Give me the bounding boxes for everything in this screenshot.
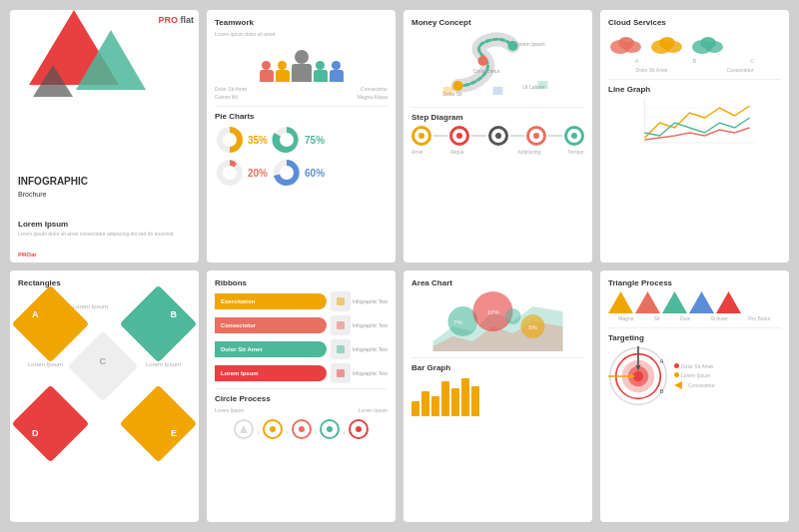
cp-circle-1 bbox=[234, 419, 254, 439]
tri-proc-1 bbox=[608, 291, 633, 313]
step-node-5 bbox=[564, 126, 584, 146]
teamwork-title: Teamwork bbox=[215, 18, 388, 27]
step-node-2 bbox=[449, 126, 469, 146]
step-diagram bbox=[411, 126, 584, 146]
svg-marker-50 bbox=[716, 291, 741, 313]
area-chart-svg: 7% 10% 5% bbox=[411, 291, 584, 351]
person-2 bbox=[276, 61, 290, 82]
pie-label-35: 35% bbox=[248, 135, 268, 146]
svg-marker-47 bbox=[635, 291, 660, 313]
svg-point-7 bbox=[280, 166, 294, 180]
cloud-labels: ABC bbox=[608, 58, 781, 65]
pro-badge: PRO flat bbox=[158, 15, 194, 25]
teamwork-desc: Lorem ipsum dolor sit amet bbox=[215, 31, 388, 38]
card-rectangles: Rectangles A B C D E Lorem Ipsum Lorem I… bbox=[10, 270, 199, 523]
svg-text:B: B bbox=[659, 388, 663, 394]
pie-chart-35 bbox=[215, 125, 245, 155]
svg-point-42 bbox=[505, 308, 521, 324]
bar-title: Bar Graph bbox=[411, 363, 584, 372]
lorem-ipsum-label: Lorem Ipsum bbox=[18, 220, 174, 229]
cp-item-5 bbox=[349, 419, 369, 439]
svg-point-20 bbox=[623, 41, 641, 53]
pie-chart-60 bbox=[272, 158, 302, 188]
ribbon-bar-2: Consectetur bbox=[215, 317, 327, 333]
bar-col-7 bbox=[471, 386, 479, 416]
cp-arrow-3: › bbox=[315, 428, 318, 437]
step-line-2 bbox=[471, 135, 485, 137]
step-node-3 bbox=[488, 126, 508, 146]
ribbon-icon-4 bbox=[331, 363, 351, 383]
divider-4 bbox=[215, 388, 388, 389]
cp-arrow-2: › bbox=[286, 428, 289, 437]
rectangles-diagram: A B C D E Lorem Ipsum Lorem Ipsum Lorem … bbox=[18, 291, 191, 461]
ribbon-1: Exercitation Infographic Text bbox=[215, 291, 388, 311]
label-b: B bbox=[171, 309, 178, 319]
pie-label-60: 60% bbox=[305, 168, 325, 179]
person-4 bbox=[330, 61, 344, 82]
svg-rect-16 bbox=[493, 87, 503, 95]
ribbon-2: Consectetur Infographic Text bbox=[215, 315, 388, 335]
bar-seg-5 bbox=[451, 388, 459, 416]
area-title: Area Chart bbox=[411, 278, 584, 287]
label-c: C bbox=[100, 356, 107, 366]
ribbon-icon-2 bbox=[331, 315, 351, 335]
divider-3 bbox=[608, 79, 781, 80]
divider-1 bbox=[215, 106, 388, 107]
rect-c bbox=[67, 330, 138, 401]
svg-marker-49 bbox=[689, 291, 714, 313]
divider-2 bbox=[411, 107, 584, 108]
label-e: E bbox=[171, 428, 177, 438]
svg-rect-15 bbox=[443, 87, 453, 95]
cp-circle-3 bbox=[292, 419, 312, 439]
ribbons-title: Ribbons bbox=[215, 278, 388, 287]
pie-row-2: 20% 60% bbox=[215, 158, 388, 188]
ribbon-list: Exercitation Infographic Text Consectetu… bbox=[215, 291, 388, 383]
svg-point-5 bbox=[223, 166, 237, 180]
pie-charts-title: Pie Charts bbox=[215, 112, 388, 121]
svg-text:Consectetur: Consectetur bbox=[473, 68, 500, 74]
cloud-svg-1 bbox=[608, 31, 643, 56]
cp-arrow-4: › bbox=[343, 428, 346, 437]
tri-title: Triangle Process bbox=[608, 278, 781, 287]
cp-circle-5 bbox=[349, 419, 369, 439]
rect-text-1: Lorem Ipsum bbox=[73, 303, 113, 309]
rect-b bbox=[120, 284, 198, 362]
person-center bbox=[292, 50, 312, 82]
line-graph-svg bbox=[608, 98, 781, 153]
ribbon-subtext-3: Infographic Text bbox=[353, 346, 388, 352]
cp-item-1 bbox=[234, 419, 254, 439]
pie-chart-20 bbox=[215, 158, 245, 188]
bar-col-2 bbox=[421, 391, 429, 416]
bar-col-4 bbox=[441, 381, 449, 416]
svg-text:5%: 5% bbox=[528, 324, 537, 330]
bar-seg-7 bbox=[471, 386, 479, 416]
rect-e bbox=[120, 384, 198, 462]
card-money-step: Money Concept Dolor Sit Consectetur Lore… bbox=[403, 10, 592, 263]
dark-triangle bbox=[33, 65, 73, 97]
svg-rect-35 bbox=[337, 369, 345, 377]
pie-row-1: 35% 75% bbox=[215, 125, 388, 155]
pie-label-20: 20% bbox=[248, 168, 268, 179]
tri-row bbox=[608, 291, 741, 313]
svg-text:Lorem Ipsum: Lorem Ipsum bbox=[516, 41, 545, 47]
triangle-process bbox=[608, 291, 781, 313]
card-teamwork-pie: Teamwork Lorem ipsum dolor sit amet bbox=[207, 10, 396, 263]
target-legend-2: Lorem Ipsum bbox=[674, 372, 715, 378]
svg-text:10%: 10% bbox=[486, 309, 499, 315]
target-legend: Dolor Sit Amet Lorem Ipsum Consectetur bbox=[674, 363, 715, 389]
rect-text-2: Lorem Ipsum bbox=[28, 361, 68, 367]
svg-point-8 bbox=[453, 81, 463, 91]
svg-text:7%: 7% bbox=[453, 319, 462, 325]
cloud-svg-2 bbox=[649, 31, 684, 56]
label-d: D bbox=[32, 428, 39, 438]
divider-6 bbox=[608, 327, 781, 328]
step-line-3 bbox=[510, 135, 524, 137]
pie-item-75: 75% bbox=[272, 125, 325, 155]
teamwork-labels2: Garnet WtMagna Aliqua bbox=[215, 94, 388, 101]
ribbon-subtext-1: Infographic Text bbox=[353, 298, 388, 304]
cloud-icons bbox=[608, 31, 781, 56]
card-triangle-target: Triangle Process Mag bbox=[600, 270, 789, 523]
svg-point-23 bbox=[664, 41, 682, 53]
svg-point-9 bbox=[478, 56, 488, 66]
pie-item-35: 35% bbox=[215, 125, 268, 155]
